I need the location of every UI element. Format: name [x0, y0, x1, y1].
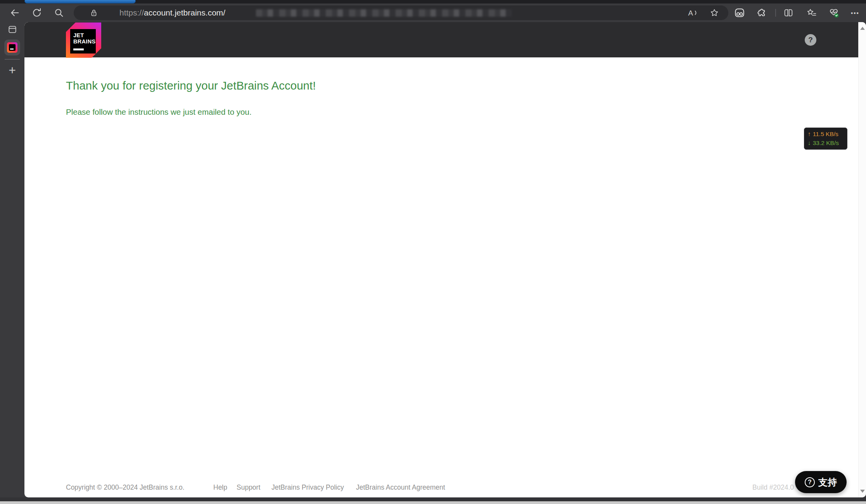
add-favorite-button[interactable]: [708, 6, 721, 19]
support-chat-button[interactable]: ? 支持: [795, 471, 847, 493]
refresh-button[interactable]: [30, 6, 43, 19]
url-blurred-path: [256, 9, 512, 17]
tab-actions-button[interactable]: [6, 23, 19, 36]
footer-copyright: Copyright © 2000–2024 JetBrains s.r.o.: [66, 483, 185, 492]
extensions-button[interactable]: [755, 6, 768, 19]
tab-actions-icon: [7, 24, 17, 35]
jetbrains-favicon-inner: [9, 44, 16, 51]
url-domain: account.jetbrains.com: [144, 8, 223, 17]
download-speed-row: ↓ 33.2 KB/s: [808, 140, 844, 147]
upload-speed-row: ↑ 11.5 KB/s: [808, 131, 844, 138]
favorite-star-icon: [709, 8, 719, 18]
new-tab-button[interactable]: +: [0, 62, 24, 79]
page-header-bar: JET BRAINS ?: [24, 22, 858, 57]
search-icon: [54, 7, 64, 18]
active-tab-jetbrains[interactable]: [4, 40, 20, 55]
site-lock-icon[interactable]: [89, 8, 99, 17]
footer-build-number: Build #2024.0: [752, 483, 794, 492]
svg-text:A: A: [688, 9, 693, 17]
window-bottom-frame: [0, 497, 866, 501]
header-help-button[interactable]: ?: [805, 34, 816, 46]
support-question-icon: ?: [805, 477, 815, 487]
logo-dash: [73, 48, 84, 50]
search-button[interactable]: [52, 6, 66, 19]
read-aloud-icon: A: [687, 7, 698, 18]
footer-link-account-agreement[interactable]: JetBrains Account Agreement: [356, 483, 445, 492]
help-icon: ?: [808, 36, 813, 44]
lock-icon: [89, 8, 99, 17]
split-screen-icon: [783, 7, 794, 18]
logo-line-2: BRAINS: [73, 38, 96, 45]
more-ellipsis-icon: •••: [851, 10, 859, 16]
scrollbar-down-arrow-icon[interactable]: [860, 490, 865, 493]
refresh-icon: [31, 7, 42, 18]
taskbar-edge-strip: [0, 501, 866, 504]
jetbrains-favicon-dash: [10, 48, 14, 50]
footer-link-support[interactable]: Support: [237, 483, 260, 492]
upload-arrow-icon: ↑: [808, 131, 811, 138]
page-subtitle: Please follow the instructions we just e…: [66, 107, 252, 117]
window-titlebar: [0, 0, 866, 3]
browser-essentials-button[interactable]: [827, 6, 840, 19]
pinned-extension-icon: [734, 7, 745, 19]
jetbrains-logo-text: JET BRAINS: [70, 29, 96, 54]
split-screen-button[interactable]: [782, 6, 795, 19]
page-scrollbar[interactable]: [858, 22, 866, 497]
download-arrow-icon: ↓: [808, 140, 811, 147]
background-window-tab: [24, 0, 136, 3]
footer-link-privacy-policy[interactable]: JetBrains Privacy Policy: [271, 483, 344, 492]
favorites-button[interactable]: [805, 6, 818, 19]
footer-link-help[interactable]: Help: [213, 483, 227, 492]
web-content-area: JET BRAINS ? Thank you for registering y…: [24, 22, 866, 497]
plus-icon: +: [9, 63, 16, 78]
pinned-extension-button[interactable]: [733, 6, 746, 19]
download-speed-value: 33.2 KB/s: [813, 140, 839, 147]
favorites-list-icon: [806, 7, 817, 18]
read-aloud-button[interactable]: A: [686, 6, 699, 19]
sidebar-divider: [5, 59, 20, 60]
jetbrains-favicon: [7, 42, 17, 53]
browser-essentials-icon: [828, 7, 840, 19]
toolbar-divider: [775, 9, 776, 17]
extensions-puzzle-icon: [756, 7, 767, 18]
page-title: Thank you for registering your JetBrains…: [66, 79, 316, 92]
browser-toolbar: https://account.jetbrains.com/ A: [0, 3, 866, 22]
url-text[interactable]: https://account.jetbrains.com/: [119, 8, 225, 17]
url-path: /: [223, 8, 225, 17]
jetbrains-logo[interactable]: JET BRAINS: [66, 22, 101, 58]
network-speed-overlay: ↑ 11.5 KB/s ↓ 33.2 KB/s: [804, 128, 847, 150]
back-icon: [9, 7, 20, 18]
settings-more-button[interactable]: •••: [849, 6, 862, 19]
scrollbar-up-arrow-icon[interactable]: [860, 27, 865, 30]
upload-speed-value: 11.5 KB/s: [813, 131, 838, 138]
vertical-tabs-sidebar: +: [0, 22, 24, 501]
back-button[interactable]: [8, 6, 21, 19]
logo-line-1: JET: [73, 32, 96, 38]
address-bar[interactable]: https://account.jetbrains.com/ A: [74, 5, 728, 20]
url-scheme: https://: [119, 8, 144, 17]
support-button-label: 支持: [818, 476, 837, 488]
